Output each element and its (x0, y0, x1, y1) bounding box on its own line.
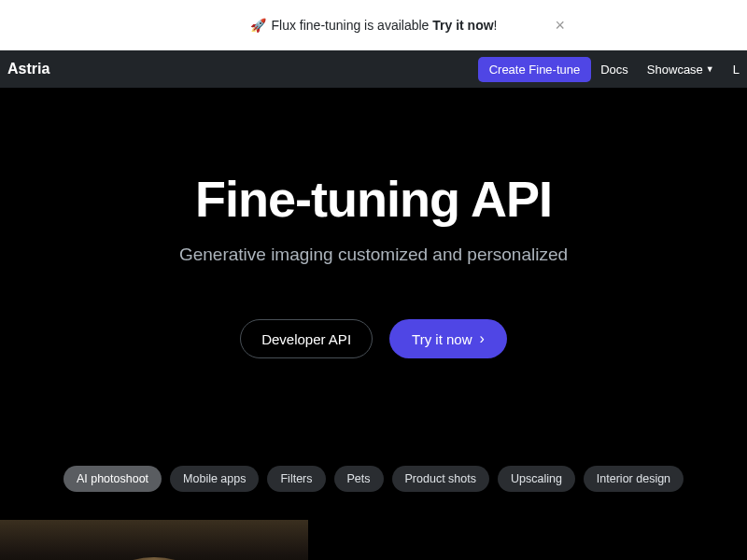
pill-ai-photoshoot[interactable]: AI photoshoot (63, 466, 162, 492)
gallery-image[interactable] (0, 520, 308, 560)
pill-mobile-apps[interactable]: Mobile apps (170, 466, 259, 492)
navbar: Astria Create Fine-tune Docs Showcase ▼ … (0, 50, 747, 88)
pill-product-shots[interactable]: Product shots (392, 466, 489, 492)
chevron-right-icon: › (480, 330, 485, 347)
announcement-bar: 🚀 Flux fine-tuning is available Try it n… (0, 0, 747, 50)
nav-docs[interactable]: Docs (591, 63, 638, 77)
pill-interior-design[interactable]: Interior design (584, 466, 684, 492)
hero: Fine-tuning API Generative imaging custo… (0, 88, 747, 358)
nav-showcase[interactable]: Showcase ▼ (638, 63, 724, 77)
rocket-icon: 🚀 (250, 18, 266, 33)
try-now-button[interactable]: Try it now › (389, 319, 507, 358)
close-icon[interactable]: × (555, 16, 565, 35)
pill-filters[interactable]: Filters (267, 466, 325, 492)
nav-extra[interactable]: L (724, 63, 740, 77)
category-pills: AI photoshoot Mobile apps Filters Pets P… (0, 466, 747, 492)
page-subtitle: Generative imaging customized and person… (0, 245, 747, 265)
announcement-text: Flux fine-tuning is available Try it now… (272, 18, 498, 33)
page-title: Fine-tuning API (0, 170, 747, 228)
chevron-down-icon: ▼ (706, 64, 714, 74)
pill-upscaling[interactable]: Upscaling (498, 466, 575, 492)
announcement-link[interactable]: Try it now (432, 18, 493, 33)
pill-pets[interactable]: Pets (334, 466, 384, 492)
create-finetune-button[interactable]: Create Fine-tune (478, 57, 592, 82)
gallery (0, 520, 747, 560)
brand-logo[interactable]: Astria (7, 61, 49, 77)
developer-api-button[interactable]: Developer API (240, 319, 373, 358)
